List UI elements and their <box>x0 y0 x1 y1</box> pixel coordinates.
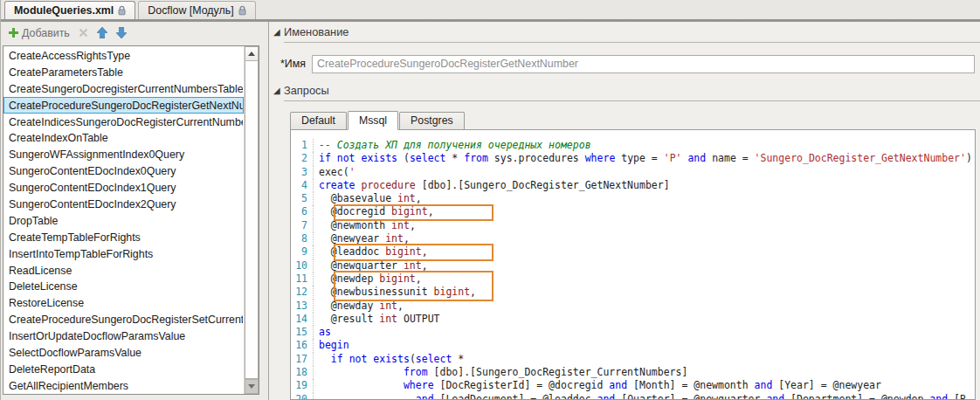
expander-triangle-icon[interactable]: ◢ <box>269 28 284 37</box>
code-text: @docregid bigint, <box>314 205 434 218</box>
expander-triangle-icon[interactable]: ◢ <box>269 86 284 95</box>
list-item[interactable]: InsertIntoTempTableForRights <box>3 245 244 262</box>
tab-postgres[interactable]: Postgres <box>399 112 465 129</box>
line-number: 3 <box>291 166 314 179</box>
code-text: and [LeadDocument] = @leaddoc and [Quart… <box>314 393 966 400</box>
code-text: exec(' <box>314 166 355 179</box>
code-line: 20 and [LeadDocument] = @leaddoc and [Qu… <box>291 393 975 400</box>
queries-section-header[interactable]: ◢ Запросы <box>269 83 980 99</box>
sql-code-editor[interactable]: 1-- Создать ХП для получения очередных н… <box>291 130 975 400</box>
code-text: @newmonth int, <box>314 219 416 232</box>
code-text: as <box>314 326 331 339</box>
lock-icon <box>238 5 246 16</box>
list-item[interactable]: SungeroWFAssignmentIndex0Query <box>3 146 244 162</box>
list-item[interactable]: DropTable <box>3 212 244 229</box>
list-item[interactable]: CreateProcedureSungeroDocRegisterGetNext… <box>3 97 244 114</box>
list-item[interactable]: SelectDocflowParamsValue <box>3 344 244 361</box>
name-input[interactable] <box>312 55 975 73</box>
list-item[interactable]: CreateProcedureSungeroDocRegisterSetCurr… <box>3 311 244 328</box>
x-icon <box>79 28 88 38</box>
delete-query-button[interactable] <box>76 26 91 39</box>
add-query-button[interactable]: Добавить <box>6 25 72 41</box>
code-line: 15as <box>291 326 975 339</box>
code-text: @newyear int, <box>314 232 410 245</box>
code-line: 7 @newmonth int, <box>291 219 975 232</box>
code-text: create procedure [dbo].[Sungero_DocRegis… <box>314 179 670 192</box>
code-text: begin <box>314 339 349 352</box>
line-number: 8 <box>291 232 314 245</box>
list-item[interactable]: GetAllRecipientMembers <box>3 377 244 394</box>
move-down-button[interactable] <box>114 25 129 40</box>
tab-default[interactable]: Default <box>290 112 347 129</box>
query-list: CreateAccessRightsTypeCreateParametersTa… <box>3 45 259 395</box>
list-item[interactable]: DeleteReportData <box>3 361 244 377</box>
code-text: @newquarter int, <box>314 259 428 272</box>
code-text: @result int OUTPUT <box>314 313 440 326</box>
line-number: 15 <box>291 326 314 339</box>
list-item[interactable]: DeleteLicense <box>3 278 244 294</box>
arrow-down-icon <box>116 27 127 38</box>
line-number: 7 <box>291 219 314 232</box>
query-list-items: CreateAccessRightsTypeCreateParametersTa… <box>3 46 244 394</box>
code-line: 11 @newdep bigint, <box>291 272 975 286</box>
line-number: 16 <box>291 339 314 352</box>
code-text: @leaddoc bigint, <box>314 245 428 259</box>
code-text: @newday int, <box>314 300 404 313</box>
code-line: 8 @newyear int, <box>291 232 975 245</box>
list-item[interactable]: SungeroContentEDocIndex2Query <box>3 196 244 212</box>
query-list-panel: Добавить <box>1 22 268 400</box>
line-number: 11 <box>291 272 314 286</box>
code-line: 18 from [dbo].[Sungero_DocRegister_Curre… <box>291 366 975 379</box>
line-number: 6 <box>291 205 314 218</box>
scrollbar-thumb[interactable] <box>245 61 259 379</box>
code-line: 12 @newbusinessunit bigint, <box>291 286 975 299</box>
move-up-button[interactable] <box>94 25 110 40</box>
line-number: 10 <box>291 259 314 272</box>
naming-section-header[interactable]: ◢ Именование <box>269 24 980 40</box>
code-line: 14 @result int OUTPUT <box>291 313 975 326</box>
code-text: @newbusinessunit bigint, <box>314 286 476 299</box>
code-line: 2if not exists (select * from sys.proced… <box>291 152 975 165</box>
line-number: 12 <box>291 286 314 299</box>
list-item[interactable]: RestoreLicense <box>3 294 244 311</box>
code-line: 9 @leaddoc bigint, <box>291 245 975 259</box>
tab-label: Docflow [Модуль] <box>148 4 233 17</box>
code-line: 1-- Создать ХП для получения очередных н… <box>291 139 975 152</box>
list-item[interactable]: CreateTempTableForRights <box>3 229 244 245</box>
list-item[interactable]: InsertOrUpdateDocflowParamsValue <box>3 328 244 344</box>
list-item[interactable]: SungeroContentEDocIndex0Query <box>3 162 244 179</box>
line-number: 18 <box>291 366 314 379</box>
list-item[interactable]: CreateIndicesSungeroDocRegisterCurrentNu… <box>3 114 244 130</box>
list-item[interactable]: CreateAccessRightsType <box>3 47 244 64</box>
name-field-row: *Имя <box>269 54 980 73</box>
tab-mssql[interactable]: Mssql <box>348 111 398 130</box>
list-scrollbar[interactable] <box>244 46 259 394</box>
line-number: 13 <box>291 300 314 313</box>
sql-editor-page: 1-- Создать ХП для получения очередных н… <box>290 129 976 400</box>
sql-dialect-tabs: DefaultMssqlPostgres <box>290 110 980 129</box>
tab-docflow-module[interactable]: Docflow [Модуль] <box>138 1 255 19</box>
code-line: 3exec(' <box>291 166 975 179</box>
code-text: where [DocRegisterId] = @docregid and [M… <box>314 379 881 392</box>
list-item[interactable]: ReadLicense <box>3 262 244 279</box>
scroll-down-arrow-icon[interactable] <box>245 379 259 394</box>
line-number: 17 <box>291 353 314 366</box>
code-line: 17 if not exists(select * <box>291 353 975 366</box>
code-text: -- Создать ХП для получения очередных но… <box>314 139 591 152</box>
lock-icon <box>118 5 126 16</box>
add-button-label: Добавить <box>22 27 70 39</box>
scroll-up-arrow-icon[interactable] <box>245 46 259 61</box>
code-text: if not exists(select * <box>314 353 464 366</box>
tab-modulequeries-xml[interactable]: ModuleQueries.xml <box>4 1 135 19</box>
list-item[interactable]: SungeroContentEDocIndex1Query <box>3 179 244 196</box>
list-item[interactable]: CreateSungeroDocregisterCurrentNumbersTa… <box>3 80 244 97</box>
line-number: 5 <box>291 192 314 205</box>
code-line: 6 @docregid bigint, <box>291 205 975 218</box>
code-text: @basevalue int, <box>314 192 422 205</box>
code-line: 13 @newday int, <box>291 300 975 313</box>
list-item[interactable]: CreateIndexOnTable <box>3 129 244 146</box>
tab-label: ModuleQueries.xml <box>14 4 114 17</box>
document-tabstrip: ModuleQueries.xml Docflow [Модуль] <box>1 0 980 19</box>
list-item[interactable]: CreateParametersTable <box>3 64 244 80</box>
module-editor-window: ModuleQueries.xml Docflow [Модуль] <box>0 0 980 400</box>
